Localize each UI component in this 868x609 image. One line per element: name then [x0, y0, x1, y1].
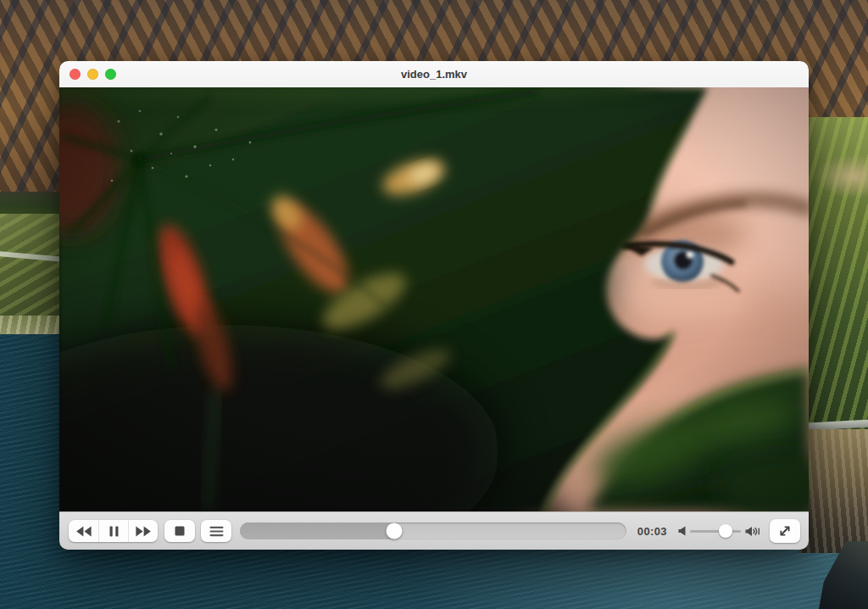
traffic-lights [70, 61, 116, 87]
close-button[interactable] [70, 69, 81, 80]
fast-forward-button[interactable] [128, 520, 158, 542]
volume-knob[interactable] [719, 524, 732, 538]
rewind-icon [76, 526, 92, 537]
volume-low-icon[interactable] [678, 526, 686, 536]
stop-icon [175, 526, 185, 536]
seek-slider[interactable] [240, 522, 626, 539]
playlist-button[interactable] [201, 520, 231, 542]
control-bar: 00:03 [59, 511, 809, 550]
volume-slider[interactable] [690, 530, 741, 533]
pause-icon [109, 526, 119, 537]
desktop: video_1.mkv [0, 0, 868, 609]
window-title: video_1.mkv [59, 68, 809, 81]
title-bar[interactable]: video_1.mkv [59, 61, 809, 87]
fast-forward-icon [136, 526, 151, 537]
wallpaper-shore-right [798, 429, 868, 553]
video-frame[interactable] [59, 87, 809, 511]
fullscreen-button[interactable] [770, 519, 800, 543]
volume-control [678, 526, 760, 537]
wallpaper-sand-right [814, 154, 868, 198]
rewind-button[interactable] [69, 520, 98, 542]
seek-fill [240, 522, 394, 539]
volume-high-icon[interactable] [745, 526, 760, 537]
pause-button[interactable] [98, 520, 128, 542]
transport-group [69, 520, 158, 542]
zoom-button[interactable] [105, 69, 116, 80]
minimize-button[interactable] [87, 69, 98, 80]
player-window: video_1.mkv [59, 61, 809, 550]
video-scene [59, 87, 809, 511]
seek-knob[interactable] [387, 523, 403, 539]
stop-button[interactable] [164, 520, 195, 542]
time-display: 00:03 [637, 525, 667, 538]
fullscreen-icon [778, 524, 792, 538]
playlist-icon [209, 526, 224, 537]
